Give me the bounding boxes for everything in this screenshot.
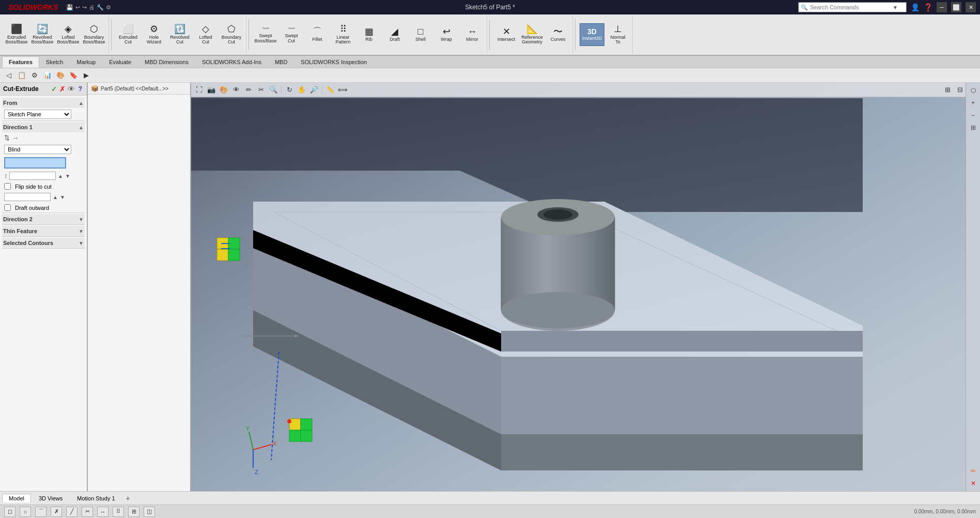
selected-contours-collapse-icon[interactable]: ▼ [79, 240, 84, 246]
revolved-boss-base-btn[interactable]: 🔄 RevolvedBoss/Base [30, 23, 55, 47]
instant3d-btn[interactable]: 3D Instant3D [580, 23, 604, 47]
preview-btn[interactable]: 👁 [68, 85, 75, 93]
undo-icon[interactable]: ↩ [75, 4, 80, 11]
zoom-to-fit-btn[interactable]: ⛶ [193, 84, 205, 96]
swept-cut-btn[interactable]: 〰 SweptCut [279, 23, 304, 47]
lofted-cut-btn[interactable]: ◇ LoftedCut [193, 23, 218, 47]
lofted-boss-base-btn[interactable]: ◈ LoftedBoss/Base [56, 23, 81, 47]
feature-manager-icon[interactable]: 📋 [16, 70, 27, 81]
direction2-collapse-icon[interactable]: ▼ [79, 217, 84, 222]
direction1-collapse-icon[interactable]: ▲ [79, 125, 84, 130]
config-manager-icon[interactable]: 📊 [42, 70, 53, 81]
property-manager-icon[interactable]: ⚙ [29, 70, 40, 81]
user-icon[interactable]: 👤 [911, 3, 920, 11]
viewport-expand-btn[interactable]: ⊞ [942, 84, 953, 96]
help-icon[interactable]: ❓ [924, 3, 932, 11]
status-convert-btn[interactable]: ◫ [144, 507, 155, 517]
zoom-out-btn[interactable]: − [968, 110, 979, 121]
status-dimension-btn[interactable]: ↔ [97, 507, 108, 517]
pan-btn[interactable]: ✋ [296, 84, 307, 96]
from-select[interactable]: Sketch Plane [4, 110, 71, 119]
swept-boss-btn[interactable]: 〰 SweptBoss/Base [253, 23, 278, 47]
status-sketch-btn[interactable]: ◻ [4, 507, 15, 517]
search-dropdown-icon[interactable]: ▼ [893, 5, 898, 10]
options-icon[interactable]: ⚙ [106, 4, 111, 11]
status-x-btn[interactable]: ✗ [51, 507, 62, 517]
flip-side-checkbox[interactable] [4, 183, 11, 190]
status-line-btn[interactable]: ╱ [66, 507, 77, 517]
display-style-btn[interactable]: 🎨 [218, 84, 229, 96]
view-orientation-btn[interactable]: 📷 [206, 84, 217, 96]
status-arc-btn[interactable]: ⌒ [35, 507, 46, 517]
tab-evaluate[interactable]: Evaluate [102, 56, 138, 68]
tab-mbd[interactable]: MBD [268, 56, 294, 68]
smart-dimension-btn[interactable]: ⟺ [337, 84, 348, 96]
tab-mbd-dimensions[interactable]: MBD Dimensions [138, 56, 195, 68]
direction1-type-select[interactable]: Blind [4, 145, 71, 154]
extruded-cut-btn[interactable]: ⬜ ExtrudedCut [116, 23, 141, 47]
boundary-cut-btn[interactable]: ⬠ BoundaryCut [219, 23, 244, 47]
revolved-cut-btn[interactable]: 🔃 RevolvedCut [167, 23, 192, 47]
search-box[interactable]: 🔍 ▼ [798, 2, 907, 12]
rib-btn[interactable]: ▦ Rib [356, 23, 381, 47]
draft-outward-checkbox[interactable] [4, 204, 11, 211]
arrow-left-icon[interactable]: ◁ [3, 70, 14, 81]
linear-pattern-btn[interactable]: ⠿ LinearPattern [331, 23, 355, 47]
depth-input[interactable]: 4.00mm [9, 172, 56, 180]
close-x-btn[interactable]: ✕ [968, 478, 979, 489]
view-cube-btn[interactable]: ⬡ [968, 85, 979, 96]
direction2-header[interactable]: Direction 2 ▼ [2, 214, 85, 224]
tab-inspection[interactable]: SOLIDWORKS Inspection [294, 56, 374, 68]
draft-spinner-down[interactable]: ▼ [60, 194, 65, 200]
tab-model[interactable]: Model [2, 494, 31, 502]
thin-feature-header[interactable]: Thin Feature ▼ [2, 226, 85, 236]
depth-spinner-down[interactable]: ▼ [65, 173, 70, 179]
extruded-boss-base-btn[interactable]: ⬛ ExtrudedBoss/Base [4, 23, 29, 47]
draft-btn[interactable]: ◢ Draft [382, 23, 407, 47]
close-btn[interactable]: ✕ [966, 2, 976, 12]
zoom-in-btn[interactable]: + [968, 97, 979, 109]
tab-motion-study[interactable]: Motion Study 1 [70, 494, 121, 503]
rotate-btn[interactable]: ↻ [284, 84, 295, 96]
depth-spinner-up[interactable]: ▲ [58, 173, 63, 179]
tab-3d-views[interactable]: 3D Views [32, 494, 69, 503]
draft-angle-input[interactable] [4, 193, 51, 201]
normal-to-btn[interactable]: ⊥ NormalTo [605, 23, 630, 47]
status-pattern-btn[interactable]: ⠿ [113, 507, 124, 517]
expand-icon[interactable]: ▶ [81, 70, 92, 81]
viewport-shrink-btn[interactable]: ⊟ [954, 84, 966, 96]
direction1-input[interactable] [4, 157, 66, 169]
from-collapse-icon[interactable]: ▲ [79, 100, 84, 106]
direction-arrow-icon[interactable]: → [12, 134, 19, 142]
tab-markup[interactable]: Markup [70, 56, 103, 68]
save-icon[interactable]: 💾 [66, 4, 73, 11]
print-icon[interactable]: 🖨 [89, 4, 95, 11]
reference-geometry-btn[interactable]: 📐 ReferenceGeometry [520, 23, 545, 47]
flip-direction-icon[interactable]: ⇅ [4, 134, 10, 142]
ok-btn[interactable]: ✓ [51, 85, 57, 93]
help-btn[interactable]: ? [77, 85, 84, 93]
selected-contours-header[interactable]: Selected Contours ▼ [2, 238, 85, 248]
search-input[interactable] [810, 4, 893, 10]
fillet-btn[interactable]: ⌒ Fillet [305, 23, 330, 47]
display-manager-icon[interactable]: 🎨 [55, 70, 66, 81]
tab-features[interactable]: Features [2, 56, 39, 68]
fit-view-btn[interactable]: ⊞ [968, 122, 979, 133]
mirror-btn[interactable]: ↔ Mirror [460, 23, 485, 47]
draft-spinner-up[interactable]: ▲ [53, 194, 58, 200]
section-view-btn[interactable]: ✂ [255, 84, 267, 96]
thin-feature-collapse-icon[interactable]: ▼ [79, 228, 84, 234]
3d-viewport[interactable]: ⛶ 📷 🎨 👁 ✏ ✂ 🔍 ↻ ✋ 🔎 📏 ⟺ ⊞ ⊟ ✕ [191, 83, 980, 491]
measure-btn[interactable]: 📏 [324, 84, 336, 96]
hide-show-btn[interactable]: 👁 [230, 84, 242, 96]
status-mirror-btn[interactable]: ⊞ [128, 507, 139, 517]
status-circle-btn[interactable]: ○ [20, 507, 31, 517]
wrap-btn[interactable]: ↩ Wrap [434, 23, 459, 47]
edit-appearance-btn[interactable]: ✏ [243, 84, 254, 96]
intersect-btn[interactable]: ✕ Intersect [494, 23, 519, 47]
direction1-header[interactable]: Direction 1 ▲ [2, 122, 85, 132]
view-focus-btn[interactable]: 🔍 [268, 84, 279, 96]
from-section-header[interactable]: From ▲ [2, 98, 85, 108]
custom-manager-icon[interactable]: 🔖 [68, 70, 79, 81]
tab-add-ins[interactable]: SOLIDWORKS Add-Ins [195, 56, 268, 68]
